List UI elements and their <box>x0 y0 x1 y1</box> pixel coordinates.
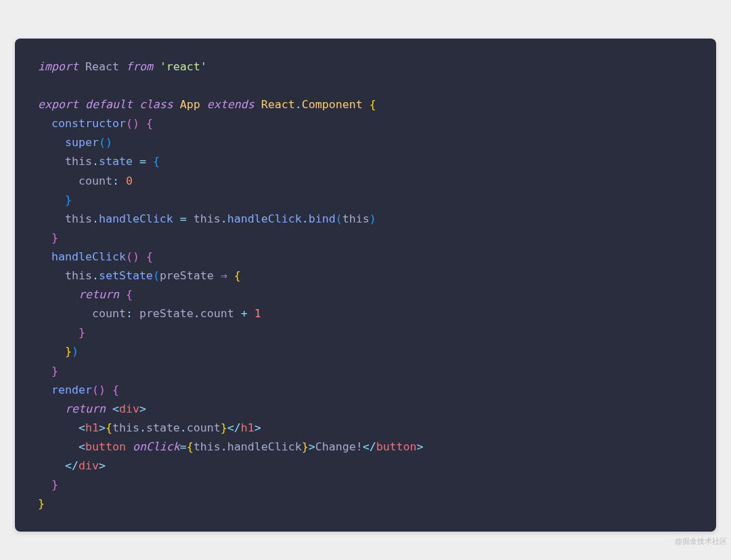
keyword-this: this <box>112 421 139 434</box>
identifier: React <box>85 60 119 73</box>
keyword-this: this <box>65 155 92 168</box>
jsx-bracket: < <box>112 402 119 415</box>
identifier: preState <box>139 307 194 320</box>
code-line: }) <box>38 345 79 358</box>
property: state <box>146 421 180 434</box>
jsx-brace: } <box>221 421 227 434</box>
code-line: } <box>38 365 58 377</box>
jsx-brace: { <box>187 440 194 453</box>
brace: { <box>153 155 160 168</box>
jsx-bracket: > <box>99 421 106 434</box>
jsx-bracket: </ <box>227 421 241 434</box>
punctuation: : <box>112 174 119 187</box>
brace: { <box>370 98 376 111</box>
brace: } <box>51 365 58 377</box>
brace: } <box>79 326 85 339</box>
brace: { <box>146 117 153 130</box>
code-line: <h1>{this.state.count}</h1> <box>38 421 261 434</box>
keyword-return: return <box>79 288 119 301</box>
class-name: Component <box>302 98 363 111</box>
keyword-super: super <box>65 136 99 149</box>
brace: { <box>126 288 133 301</box>
number: 0 <box>126 174 133 187</box>
paren: ) <box>370 212 376 225</box>
code-line: this.setState(preState ⇒ { <box>38 269 241 282</box>
string: 'react' <box>160 60 207 73</box>
keyword-export: export <box>38 98 79 111</box>
punctuation: = <box>180 440 187 453</box>
punctuation: . <box>221 212 227 225</box>
jsx-bracket: > <box>139 402 146 415</box>
keyword-this: this <box>194 212 221 225</box>
jsx-bracket: < <box>79 440 85 453</box>
operator: = <box>173 212 194 225</box>
punctuation: . <box>221 440 227 453</box>
brace: { <box>234 269 241 282</box>
code-line: <button onClick={this.handleClick}>Chang… <box>38 440 424 453</box>
punctuation: : <box>126 307 133 320</box>
code-line: return { <box>38 288 133 301</box>
jsx-tag: div <box>119 402 139 415</box>
code-line: } <box>38 497 45 510</box>
jsx-tag: button <box>85 440 126 453</box>
code-line: return <div> <box>38 402 146 415</box>
brace: } <box>51 231 58 244</box>
parameter: preState <box>160 269 214 282</box>
number: 1 <box>254 307 261 320</box>
code-line: this.handleClick = this.handleClick.bind… <box>38 212 376 225</box>
punctuation: . <box>92 212 99 225</box>
method-name: handleClick <box>51 250 126 263</box>
keyword-this: this <box>194 440 221 453</box>
code-line: import React from 'react' <box>38 60 207 73</box>
keyword-this: this <box>342 212 370 225</box>
paren: ) <box>133 117 139 130</box>
brace: } <box>65 345 72 358</box>
code-line: } <box>38 326 85 339</box>
keyword-class: class <box>139 98 173 111</box>
punctuation: . <box>295 98 302 111</box>
property: count <box>200 307 234 320</box>
keyword-extends: extends <box>207 98 254 111</box>
paren: ( <box>99 136 106 149</box>
punctuation: . <box>194 307 200 320</box>
code-line: super() <box>38 136 112 149</box>
paren: ) <box>106 136 112 149</box>
jsx-tag: h1 <box>85 421 99 434</box>
paren: ) <box>72 345 79 358</box>
property: count <box>187 421 221 434</box>
jsx-bracket: > <box>417 440 424 453</box>
method-name: setState <box>99 269 153 282</box>
keyword-this: this <box>65 269 92 282</box>
code-line: } <box>38 478 58 491</box>
brace: } <box>51 478 58 491</box>
jsx-brace: } <box>302 440 309 453</box>
code-line: this.state = { <box>38 155 160 168</box>
code-line: count: 0 <box>38 174 133 187</box>
paren: ) <box>133 250 139 263</box>
paren: ( <box>126 117 133 130</box>
paren: ) <box>99 383 106 396</box>
operator: + <box>234 307 254 320</box>
jsx-brace: { <box>106 421 112 434</box>
jsx-tag: div <box>79 459 99 472</box>
code-block: import React from 'react' export default… <box>15 39 716 532</box>
jsx-bracket: < <box>79 421 85 434</box>
code-line: render() { <box>38 383 119 396</box>
code-line: constructor() { <box>38 117 153 130</box>
brace: } <box>38 497 45 510</box>
jsx-tag: h1 <box>241 421 254 434</box>
jsx-bracket: > <box>309 440 315 453</box>
code-line: } <box>38 231 58 244</box>
keyword-default: default <box>85 98 133 111</box>
jsx-bracket: > <box>99 459 106 472</box>
code-line: </div> <box>38 459 106 472</box>
keyword-import: import <box>38 60 79 73</box>
jsx-bracket: > <box>254 421 261 434</box>
paren: ( <box>153 269 160 282</box>
jsx-tag: button <box>376 440 417 453</box>
property: state <box>99 155 133 168</box>
punctuation: . <box>302 212 309 225</box>
brace: } <box>65 193 72 206</box>
punctuation: . <box>139 421 146 434</box>
property: count <box>92 307 126 320</box>
